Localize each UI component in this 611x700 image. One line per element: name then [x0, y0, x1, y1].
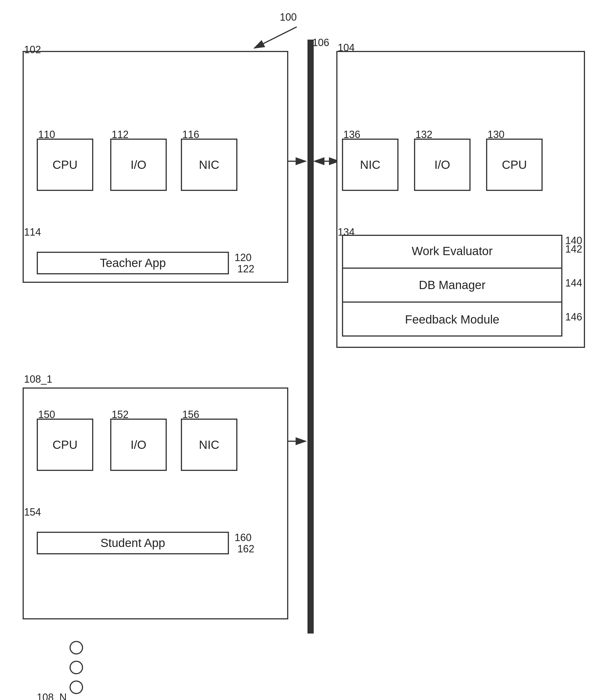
- svg-rect-5: [308, 40, 314, 633]
- label-132: 132: [415, 129, 432, 141]
- student-app-text: Student App: [101, 536, 165, 550]
- nic-156-text: NIC: [199, 438, 219, 452]
- cpu-110-text: CPU: [53, 158, 78, 172]
- label-142: 142: [565, 243, 582, 255]
- label-136: 136: [343, 129, 360, 141]
- svg-point-24: [70, 661, 83, 674]
- teacher-app-text: Teacher App: [100, 256, 166, 270]
- label-112: 112: [111, 129, 129, 141]
- nic-116-box: NIC: [181, 138, 237, 191]
- diagram: 100 102 CPU 110 I/O 112 NIC 116 114 Teac…: [0, 0, 611, 700]
- io-112-box: I/O: [110, 138, 167, 191]
- student-app-box: Student App: [37, 532, 229, 554]
- label-122: 122: [237, 263, 254, 275]
- label-108-1: 108_1: [24, 373, 52, 385]
- io-132-box: I/O: [414, 138, 471, 191]
- work-evaluator-text: Work Evaluator: [412, 244, 493, 258]
- nic-156-box: NIC: [181, 419, 237, 471]
- label-144: 144: [565, 277, 582, 289]
- nic-136-box: NIC: [342, 138, 399, 191]
- dots-108-n: [65, 639, 88, 696]
- io-132-text: I/O: [434, 158, 450, 172]
- label-106: 106: [312, 37, 329, 49]
- label-120: 120: [235, 252, 252, 264]
- label-156: 156: [182, 409, 199, 421]
- svg-point-25: [70, 681, 83, 694]
- label-110: 110: [38, 129, 55, 141]
- label-154: 154: [24, 506, 41, 518]
- label-102: 102: [24, 44, 41, 56]
- label-114: 114: [24, 226, 41, 238]
- db-manager-text: DB Manager: [419, 278, 486, 292]
- feedback-module-row: Feedback Module: [342, 303, 562, 337]
- label-162: 162: [237, 543, 254, 555]
- svg-line-4: [254, 27, 297, 48]
- nic-116-text: NIC: [199, 158, 219, 172]
- label-152: 152: [111, 409, 129, 421]
- label-160: 160: [235, 532, 252, 544]
- cpu-150-text: CPU: [53, 438, 78, 452]
- label-146: 146: [565, 311, 582, 323]
- label-100: 100: [280, 11, 297, 23]
- cpu-150-box: CPU: [37, 419, 93, 471]
- nic-136-text: NIC: [360, 158, 381, 172]
- io-152-box: I/O: [110, 419, 167, 471]
- label-108-n: 108_N: [37, 691, 67, 700]
- label-104: 104: [338, 42, 355, 54]
- work-evaluator-row: Work Evaluator: [342, 235, 562, 269]
- db-manager-row: DB Manager: [342, 269, 562, 303]
- label-130: 130: [488, 129, 505, 141]
- io-112-text: I/O: [131, 158, 146, 172]
- cpu-110-box: CPU: [37, 138, 93, 191]
- label-150: 150: [38, 409, 55, 421]
- label-116: 116: [182, 129, 199, 141]
- feedback-module-text: Feedback Module: [405, 313, 500, 326]
- io-152-text: I/O: [131, 438, 146, 452]
- teacher-app-box: Teacher App: [37, 252, 229, 274]
- cpu-130-text: CPU: [502, 158, 527, 172]
- svg-point-23: [70, 641, 83, 654]
- cpu-130-box: CPU: [486, 138, 542, 191]
